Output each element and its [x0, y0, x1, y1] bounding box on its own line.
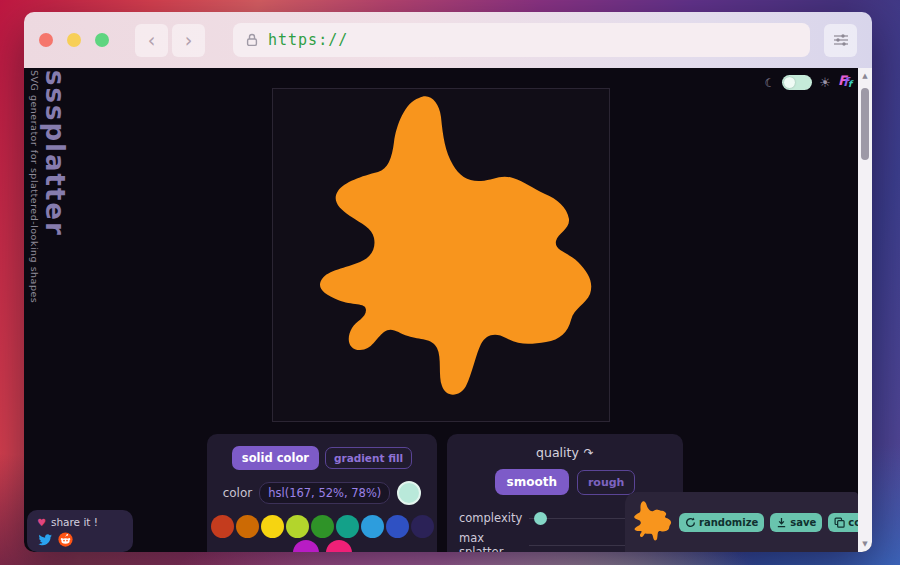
fffuel-logo[interactable]: F f f — [838, 74, 856, 91]
color-swatch[interactable] — [336, 515, 359, 538]
splatter-shape — [273, 89, 609, 421]
save-button[interactable]: save — [770, 513, 822, 532]
quality-header: quality ↷ — [447, 434, 683, 460]
moon-icon: ☾ — [765, 76, 776, 90]
rough-button[interactable]: rough — [577, 470, 636, 495]
dark-mode-toggle[interactable] — [782, 75, 812, 90]
heart-icon: ♥ — [37, 517, 46, 528]
forward-button[interactable]: › — [172, 24, 205, 57]
logo-letter: f — [848, 80, 852, 89]
complexity-knob[interactable] — [534, 512, 547, 525]
page-subtitle: SVG generator for splattered-looking sha… — [29, 70, 40, 303]
copy-icon — [834, 517, 845, 528]
redo-arrow-icon[interactable]: ↷ — [584, 446, 594, 460]
color-label: color — [223, 486, 253, 500]
color-swatch[interactable] — [286, 515, 309, 538]
fill-mode-buttons: solid color gradient fill — [207, 434, 437, 470]
twitter-icon[interactable] — [37, 533, 52, 546]
palette-row-2 — [207, 540, 437, 552]
color-value-input[interactable]: hsl(167, 52%, 78%) — [259, 482, 390, 504]
color-input-row: color hsl(167, 52%, 78%) — [207, 481, 437, 505]
share-panel: ♥ share it ! — [27, 510, 133, 552]
app-content: sssplatter SVG generator for splattered-… — [24, 68, 872, 552]
back-button[interactable]: ‹ — [135, 24, 168, 57]
url-text[interactable]: https:// — [268, 31, 348, 49]
browser-window: ‹ › https:// ssspl — [24, 12, 872, 552]
sliders-icon — [833, 33, 849, 47]
current-color-swatch[interactable] — [397, 481, 421, 505]
splatter-thumbnail — [623, 495, 678, 550]
lock-icon — [246, 33, 258, 47]
theme-controls: ☾ ☀ F f f — [765, 74, 856, 91]
share-label-row: ♥ share it ! — [37, 516, 133, 528]
scroll-up-icon[interactable]: ▲ — [858, 72, 872, 80]
browser-chrome: ‹ › https:// — [24, 12, 872, 68]
minimize-button[interactable] — [67, 33, 81, 47]
sun-icon: ☀ — [819, 75, 831, 90]
color-swatch[interactable] — [386, 515, 409, 538]
refresh-icon — [685, 517, 696, 528]
solid-color-button[interactable]: solid color — [232, 446, 319, 470]
page-title: sssplatter — [40, 70, 70, 303]
splatter-path — [320, 96, 591, 394]
color-swatch[interactable] — [236, 515, 259, 538]
max-splatter-label: max splatter — [459, 531, 529, 552]
scrollbar[interactable]: ▲ ▼ — [858, 68, 872, 552]
download-icon — [776, 517, 787, 528]
action-bar: randomize save copy SVG — [625, 492, 858, 552]
color-swatch[interactable] — [293, 540, 319, 552]
close-button[interactable] — [39, 33, 53, 47]
quality-title: quality — [536, 445, 579, 460]
color-swatch[interactable] — [211, 515, 234, 538]
color-swatch[interactable] — [261, 515, 284, 538]
fill-panel: solid color gradient fill color hsl(167,… — [207, 434, 437, 552]
toggle-knob — [784, 77, 795, 88]
splatter-canvas[interactable] — [272, 88, 610, 422]
color-swatch[interactable] — [411, 515, 434, 538]
reddit-icon[interactable] — [58, 532, 73, 547]
scrollbar-thumb[interactable] — [861, 88, 869, 160]
share-label: share it ! — [51, 516, 98, 528]
desktop-background: ‹ › https:// ssspl — [0, 0, 900, 565]
menu-button[interactable] — [824, 24, 857, 57]
color-swatch[interactable] — [361, 515, 384, 538]
zoom-button[interactable] — [95, 33, 109, 47]
nav-buttons: ‹ › — [135, 24, 205, 57]
color-swatch[interactable] — [311, 515, 334, 538]
url-bar[interactable]: https:// — [233, 23, 810, 57]
randomize-button[interactable]: randomize — [679, 513, 764, 532]
color-swatch[interactable] — [326, 540, 352, 552]
scroll-down-icon[interactable]: ▼ — [858, 540, 872, 548]
smooth-button[interactable]: smooth — [495, 469, 569, 495]
complexity-label: complexity — [459, 511, 529, 525]
app-header: sssplatter SVG generator for splattered-… — [27, 70, 70, 303]
palette-row-1 — [207, 515, 437, 538]
traffic-lights — [39, 33, 109, 47]
gradient-fill-button[interactable]: gradient fill — [325, 447, 412, 469]
share-icons-row — [37, 532, 133, 547]
